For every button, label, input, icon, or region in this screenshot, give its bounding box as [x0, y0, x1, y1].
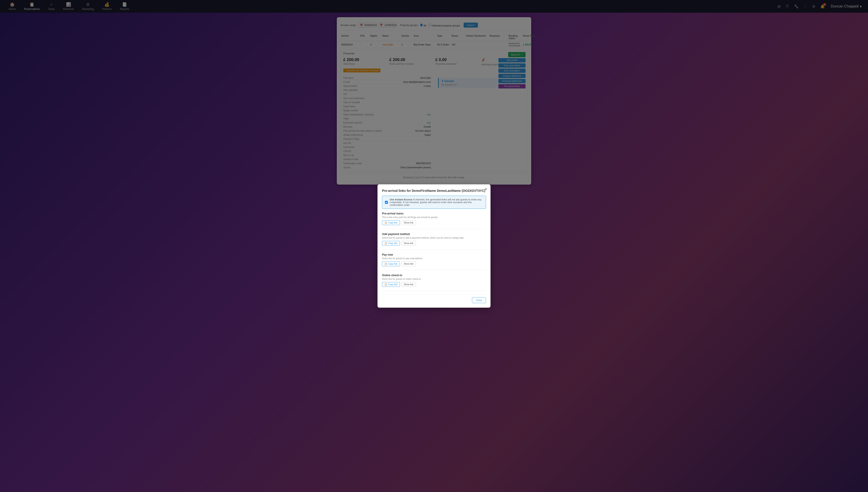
copy-link-pay-now-button[interactable]: 📋 Copy link [382, 262, 400, 266]
pre-arrival-menu-section: Pre-arrival menu This is the entry point… [382, 212, 486, 229]
add-payment-section: Add payment method Direct link for guest… [382, 232, 486, 249]
show-link-checkin-button[interactable]: Show link [401, 282, 416, 287]
online-checkin-section: Online check-in Direct link for guests t… [382, 274, 486, 291]
copy-icon-payment: 📋 [385, 242, 387, 245]
online-checkin-title: Online check-in [382, 274, 486, 277]
add-payment-title: Add payment method [382, 232, 486, 236]
add-payment-desc: Direct link for guests to add a payment … [382, 237, 486, 239]
close-modal-button[interactable]: Close [472, 297, 486, 303]
add-payment-buttons: 📋 Copy link Show link [382, 241, 486, 246]
pre-arrival-menu-title: Pre-arrival menu [382, 212, 486, 215]
copy-link-pre-arrival-button[interactable]: 📋 Copy link [382, 220, 400, 225]
show-link-pre-arrival-button[interactable]: Show link [401, 220, 416, 225]
online-checkin-buttons: 📋 Copy link Show link [382, 282, 486, 287]
instant-access-label: Use Instant Access [390, 198, 412, 201]
online-checkin-desc: Direct link for guests to online check-i… [382, 278, 486, 280]
copy-link-payment-button[interactable]: 📋 Copy link [382, 241, 400, 246]
copy-link-checkin-button[interactable]: 📋 Copy link [382, 282, 400, 287]
modal-overlay[interactable]: Pre-arrival links for DemoFirstName Demo… [0, 0, 868, 492]
pay-now-section: Pay now Direct link for guests to pay re… [382, 253, 486, 270]
show-link-payment-button[interactable]: Show link [401, 241, 416, 246]
modal-close-x-button[interactable]: ✕ [484, 187, 488, 191]
instant-access-checkbox[interactable] [385, 198, 388, 206]
pre-arrival-menu-desc: This is the entry point for all things p… [382, 216, 486, 219]
show-link-pay-now-button[interactable]: Show link [401, 262, 416, 266]
pay-now-desc: Direct link for guests to pay reservatio… [382, 257, 486, 260]
modal-title: Pre-arrival links for DemoFirstName Demo… [382, 189, 486, 193]
instant-access-section: Use Instant Access If checked, the gener… [382, 196, 486, 209]
modal-footer: Close [382, 294, 486, 303]
copy-icon-pay-now: 📋 [385, 263, 387, 265]
copy-icon-checkin: 📋 [385, 283, 387, 286]
pay-now-buttons: 📋 Copy link Show link [382, 262, 486, 266]
copy-icon-pre-arrival: 📋 [385, 221, 387, 224]
pre-arrival-menu-buttons: 📋 Copy link Show link [382, 220, 486, 225]
pay-now-title: Pay now [382, 253, 486, 256]
instant-access-text: Use Instant Access If checked, the gener… [390, 198, 483, 206]
pre-arrival-modal: Pre-arrival links for DemoFirstName Demo… [377, 184, 491, 308]
